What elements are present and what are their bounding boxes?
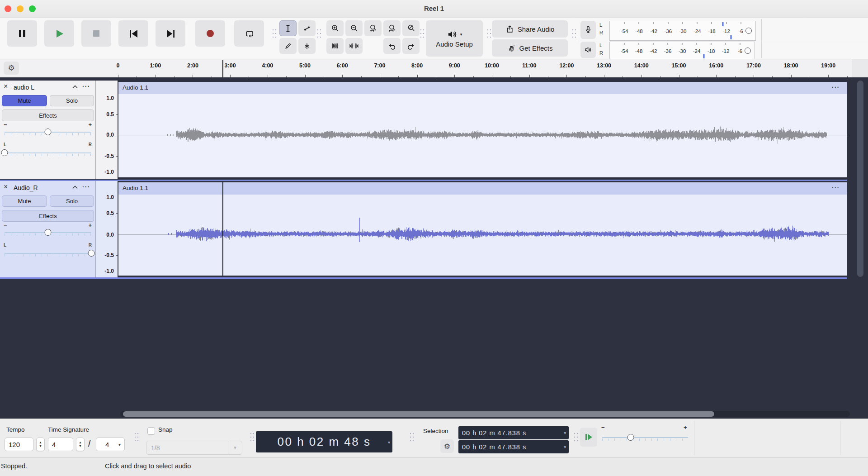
audio-position-display[interactable]: 00 h 02 m 48 s ▾ <box>256 431 392 452</box>
selection-end-field[interactable]: 00 h 02 m 47.838 s ▾ <box>458 440 569 453</box>
waveform-area[interactable] <box>118 94 847 177</box>
recording-meter[interactable]: -54-48-42-36-30-24-18-12-6 <box>609 21 756 41</box>
toolbar-grip[interactable] <box>420 28 425 39</box>
tempo-input[interactable]: 120 <box>5 438 33 451</box>
toolbar-grip[interactable] <box>272 28 277 39</box>
pan-slider-thumb[interactable] <box>88 250 95 257</box>
snap-checkbox[interactable] <box>147 427 155 435</box>
effects-button[interactable]: Effects <box>2 210 94 222</box>
scale-label: -0.5 <box>104 252 114 258</box>
clip-header[interactable]: Audio 1.1 ⋯ <box>118 82 847 94</box>
gain-slider[interactable] <box>5 129 91 136</box>
solo-button[interactable]: Solo <box>50 195 94 207</box>
playback-speed-slider[interactable] <box>602 434 688 441</box>
mute-button[interactable]: Mute <box>2 95 47 106</box>
gain-slider-thumb[interactable] <box>45 129 52 135</box>
scale-label: 1.0 <box>106 95 114 101</box>
close-track-icon[interactable]: × <box>4 83 8 90</box>
status-message: Click and drag to select audio <box>105 462 191 470</box>
zoom-toggle-icon <box>407 24 415 32</box>
scale-label: -1.0 <box>104 169 114 175</box>
track-menu-icon[interactable]: ⋯ <box>82 182 90 191</box>
selection-tool-button[interactable] <box>279 20 297 36</box>
collapse-track-icon[interactable] <box>72 85 78 89</box>
trim-audio-button[interactable] <box>326 38 344 54</box>
clip-header[interactable]: Audio 1.1 ⋯ <box>118 182 847 195</box>
pan-slider[interactable] <box>5 250 91 257</box>
waveform-canvas <box>118 195 847 276</box>
clip-menu-icon[interactable]: ⋯ <box>831 82 840 92</box>
track-title[interactable]: audio L <box>14 84 34 91</box>
collapse-track-icon[interactable] <box>72 185 78 189</box>
track-title[interactable]: Audio_R <box>14 184 38 191</box>
pan-slider-thumb[interactable] <box>1 149 8 156</box>
toolbar-grip[interactable] <box>571 28 576 39</box>
speaker-icon <box>447 29 458 39</box>
selection-start-field[interactable]: 00 h 02 m 47.838 s ▾ <box>458 426 569 439</box>
silence-audio-button[interactable] <box>345 38 363 54</box>
track-audio-r: × Audio_R ⋯ Mute Solo Effects − + L R 1.… <box>0 181 847 277</box>
track-menu-icon[interactable]: ⋯ <box>82 81 90 91</box>
get-effects-button[interactable]: Get Effects <box>492 39 568 57</box>
track-audio-l: × audio L ⋯ Mute Solo Effects − + L R 1.… <box>0 81 847 179</box>
play-button[interactable] <box>44 20 74 47</box>
effects-button[interactable]: Effects <box>2 109 94 121</box>
envelope-tool-button[interactable] <box>298 20 316 36</box>
toolbar-grip[interactable] <box>409 432 414 443</box>
draw-tool-button[interactable] <box>279 38 297 54</box>
loop-button[interactable] <box>234 20 264 47</box>
playback-meter-channel-labels: LR <box>599 42 603 57</box>
toolbar-grip[interactable] <box>250 432 255 443</box>
pause-button[interactable] <box>7 20 37 47</box>
toolbar-grip[interactable] <box>486 28 491 39</box>
audio-clip[interactable]: Audio 1.1 ⋯ <box>118 181 847 277</box>
stepper-down-icon: ▼ <box>39 444 42 448</box>
speed-slider-thumb[interactable] <box>627 434 634 441</box>
audio-clip[interactable]: Audio 1.1 ⋯ <box>118 81 847 179</box>
skip-to-end-button[interactable] <box>156 20 185 47</box>
snap-label: Snap <box>158 426 173 433</box>
share-audio-button[interactable]: Share Audio <box>492 20 568 38</box>
ruler-playhead[interactable] <box>222 60 223 78</box>
fit-selection-button[interactable] <box>364 20 382 36</box>
zoom-in-button[interactable] <box>326 20 344 36</box>
pan-slider[interactable] <box>5 149 91 157</box>
horizontal-scrollbar-thumb[interactable] <box>123 411 714 417</box>
toolbar-grip[interactable] <box>134 432 139 443</box>
zoom-out-button[interactable] <box>345 20 363 36</box>
playback-meter-speaker-button[interactable] <box>580 42 596 58</box>
clip-menu-icon[interactable]: ⋯ <box>831 183 840 192</box>
stop-button[interactable] <box>81 20 111 47</box>
close-track-icon[interactable]: × <box>4 183 8 190</box>
tempo-stepper[interactable]: ▲▼ <box>36 438 45 451</box>
waveform-area[interactable] <box>118 195 847 276</box>
vertical-scale-ruler[interactable]: 1.0 0.5 0.0 -0.5 -1.0 <box>96 81 118 179</box>
recording-meter-mic-button[interactable] <box>580 21 596 39</box>
audio-setup-button[interactable]: ▾ Audio Setup <box>426 20 483 57</box>
vertical-scale-ruler[interactable]: 1.0 0.5 0.0 -0.5 -1.0 <box>96 181 118 277</box>
toolbar-grip[interactable] <box>316 28 321 39</box>
timeline-ruler[interactable]: ⚙ 01:002:003:004:005:006:007:008:009:001… <box>0 59 868 78</box>
vertical-scrollbar-thumb[interactable] <box>857 81 863 277</box>
record-button[interactable] <box>195 20 225 47</box>
time-signature-lower-dropdown[interactable]: 4 ▾ <box>96 438 125 451</box>
toolbar-grip[interactable] <box>573 432 578 443</box>
zoom-toggle-button[interactable] <box>402 20 420 36</box>
play-at-speed-button[interactable] <box>580 428 597 447</box>
pause-icon <box>18 29 27 38</box>
fit-project-button[interactable] <box>383 20 401 36</box>
gain-slider[interactable] <box>5 229 91 236</box>
solo-button[interactable]: Solo <box>50 95 94 106</box>
selection-options-button[interactable]: ⚙ <box>440 439 454 453</box>
gain-slider-thumb[interactable] <box>45 229 52 236</box>
scale-label: -0.5 <box>104 153 114 159</box>
mute-button[interactable]: Mute <box>2 195 47 207</box>
time-signature-stepper[interactable]: ▲▼ <box>76 438 85 451</box>
time-signature-upper-input[interactable]: 4 <box>48 438 73 451</box>
undo-button[interactable] <box>383 38 401 54</box>
playback-meter[interactable]: -54-48-42-36-30-24-18-12-6 <box>609 42 755 60</box>
skip-to-start-button[interactable] <box>118 20 148 47</box>
multi-tool-button[interactable] <box>298 38 316 54</box>
snap-value-dropdown[interactable]: 1/8 ▾ <box>146 441 242 455</box>
redo-button[interactable] <box>402 38 420 54</box>
